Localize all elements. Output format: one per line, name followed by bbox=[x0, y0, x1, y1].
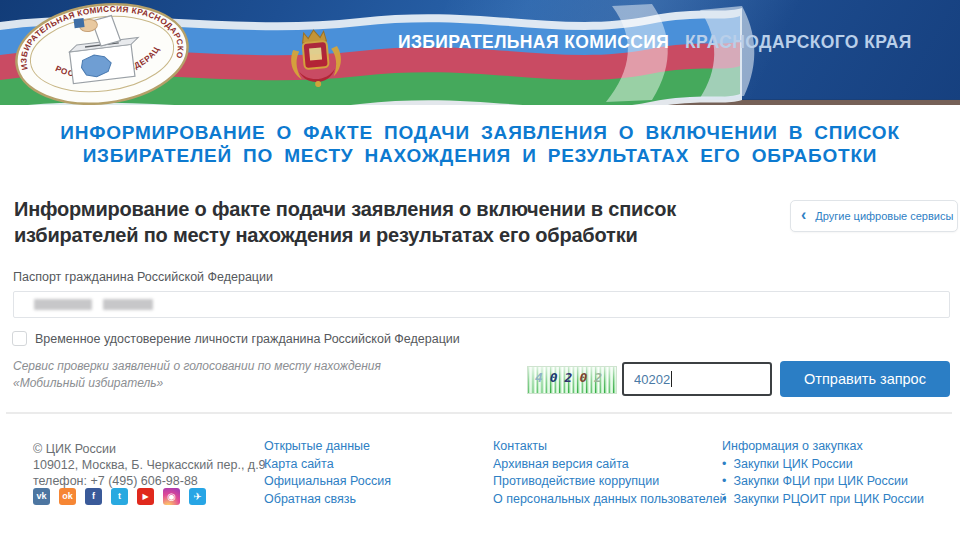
temp-id-checkbox-label: Временное удостоверение личности граждан… bbox=[35, 332, 460, 346]
header-org-title: ИЗБИРАТЕЛЬНАЯ КОМИССИЯ КРАСНОДАРСКОГО КР… bbox=[398, 32, 912, 53]
passport-field-label: Паспорт гражданина Российской Федерации bbox=[13, 270, 273, 284]
vk-icon[interactable]: vk bbox=[33, 488, 50, 505]
twitter-icon[interactable]: t bbox=[111, 488, 128, 505]
footer-link-open-data[interactable]: Открытые данные bbox=[264, 438, 391, 456]
facebook-icon[interactable]: f bbox=[85, 488, 102, 505]
footer-link-archive[interactable]: Архивная версия сайта bbox=[493, 456, 727, 474]
footer-address: 109012, Москва, Б. Черкасский пер., д.9 bbox=[33, 457, 266, 473]
other-digital-services-button[interactable]: ‹ Другие цифровые сервисы bbox=[790, 200, 958, 232]
header-org-title-region: КРАСНОДАРСКОГО КРАЯ bbox=[685, 32, 912, 52]
page-title: ИНФОРМИРОВАНИЕ О ФАКТЕ ПОДАЧИ ЗАЯВЛЕНИЯ … bbox=[0, 121, 960, 167]
service-note-line1: Сервис проверки заявлений о голосовании … bbox=[13, 358, 381, 375]
bullet-icon: • bbox=[722, 473, 726, 491]
footer-phone: телефон: +7 (495) 606-98-88 bbox=[33, 473, 266, 489]
footer-bullet-item: • Закупки РЦОИТ при ЦИК России bbox=[722, 491, 924, 509]
footer-divider bbox=[6, 412, 952, 414]
footer-link-anticorruption[interactable]: Противодействие коррупции bbox=[493, 473, 727, 491]
krasnodar-coat-of-arms bbox=[281, 23, 351, 94]
header-banner: ИЗБИРАТЕЛЬНАЯ КОМИССИЯ КРАСНОДАРСКОГО КР… bbox=[0, 0, 960, 105]
captcha-digit: 0 bbox=[579, 370, 594, 385]
captcha-digit: 2 bbox=[565, 370, 580, 385]
footer-link-procurement-fci[interactable]: Закупки ФЦИ при ЦИК России bbox=[733, 473, 908, 491]
service-note-line2: «Мобильный избиратель» bbox=[13, 375, 381, 392]
footer-link-procurement-info[interactable]: Информация о закупках bbox=[722, 438, 924, 456]
captcha-image: 40202 bbox=[527, 366, 617, 394]
bullet-icon: • bbox=[722, 491, 726, 509]
footer-bullet-item: • Закупки ЦИК России bbox=[722, 456, 924, 474]
footer-links-column-1: Открытые данные Карта сайта Официальная … bbox=[264, 438, 391, 508]
page: ИЗБИРАТЕЛЬНАЯ КОМИССИЯ КРАСНОДАРСКОГО КР… bbox=[0, 0, 960, 540]
footer-link-procurement-cik[interactable]: Закупки ЦИК России bbox=[733, 456, 852, 474]
page-title-line2: ИЗБИРАТЕЛЕЙ ПО МЕСТУ НАХОЖДЕНИЯ И РЕЗУЛЬ… bbox=[0, 144, 960, 167]
captcha-digits: 40202 bbox=[528, 370, 616, 385]
footer-link-official-russia[interactable]: Официальная Россия bbox=[264, 473, 391, 491]
passport-input[interactable] bbox=[13, 291, 950, 318]
footer-link-feedback[interactable]: Обратная связь bbox=[264, 491, 391, 509]
footer-links-column-3: Информация о закупках • Закупки ЦИК Росс… bbox=[722, 438, 924, 508]
submit-request-button[interactable]: Отправить запрос bbox=[780, 361, 950, 397]
header-org-title-main: ИЗБИРАТЕЛЬНАЯ КОМИССИЯ bbox=[398, 32, 669, 52]
text-caret bbox=[671, 371, 672, 387]
redacted-passport-series bbox=[34, 299, 92, 310]
captcha-digit: 4 bbox=[535, 370, 550, 385]
page-title-line1: ИНФОРМИРОВАНИЕ О ФАКТЕ ПОДАЧИ ЗАЯВЛЕНИЯ … bbox=[0, 121, 960, 144]
captcha-digit: 2 bbox=[594, 370, 609, 385]
footer-bullet-item: • Закупки ФЦИ при ЦИК России bbox=[722, 473, 924, 491]
redacted-passport-number bbox=[103, 299, 153, 310]
temp-id-checkbox[interactable] bbox=[12, 331, 27, 346]
footer: © ЦИК России 109012, Москва, Б. Черкасск… bbox=[0, 425, 960, 525]
captcha-input-wrap bbox=[622, 362, 772, 396]
footer-links-column-2: Контакты Архивная версия сайта Противоде… bbox=[493, 438, 727, 508]
footer-link-procurement-rcoit[interactable]: Закупки РЦОИТ при ЦИК России bbox=[733, 491, 924, 509]
youtube-icon[interactable]: ▶ bbox=[137, 488, 154, 505]
chevron-left-icon: ‹ bbox=[801, 207, 806, 223]
temp-id-checkbox-row: Временное удостоверение личности граждан… bbox=[12, 331, 460, 346]
social-icons-row: vk ok f t ▶ ◉ ✈ bbox=[33, 488, 206, 505]
odnoklassniki-icon[interactable]: ok bbox=[59, 488, 76, 505]
footer-link-contacts[interactable]: Контакты bbox=[493, 438, 727, 456]
captcha-digit: 0 bbox=[550, 370, 565, 385]
footer-link-personal-data[interactable]: О персональных данных пользователей bbox=[493, 491, 727, 509]
captcha-input[interactable] bbox=[622, 362, 772, 396]
instagram-icon[interactable]: ◉ bbox=[163, 488, 180, 505]
commission-emblem: ИЗБИРАТЕЛЬНАЯ КОМИССИЯ КРАСНОДАРСКОГО КР… bbox=[6, 0, 197, 105]
service-note: Сервис проверки заявлений о голосовании … bbox=[13, 358, 381, 392]
footer-link-sitemap[interactable]: Карта сайта bbox=[264, 456, 391, 474]
telegram-icon[interactable]: ✈ bbox=[189, 488, 206, 505]
other-digital-services-label: Другие цифровые сервисы bbox=[815, 210, 953, 222]
bullet-icon: • bbox=[722, 456, 726, 474]
footer-copyright: © ЦИК России bbox=[33, 441, 266, 457]
footer-contact-block: © ЦИК России 109012, Москва, Б. Черкасск… bbox=[33, 441, 266, 489]
section-heading: Информирование о факте подачи заявления … bbox=[14, 196, 776, 248]
